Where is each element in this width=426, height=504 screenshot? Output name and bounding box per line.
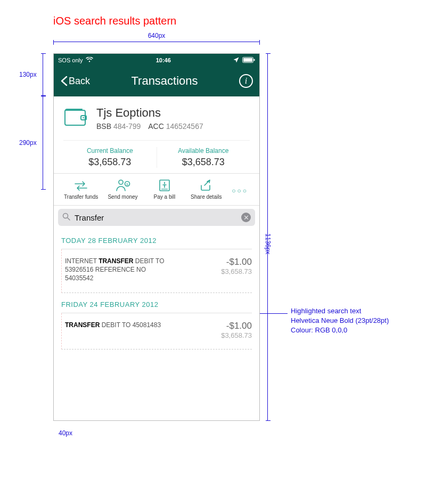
search-query: Transfer	[75, 213, 237, 222]
transaction-group-header: FRIDAY 24 FEBRUARY 2012	[61, 293, 252, 313]
share-icon	[199, 179, 213, 192]
dimension-left-inset: 40px	[55, 429, 70, 437]
svg-rect-1	[243, 58, 252, 62]
status-time: 10:46	[156, 57, 171, 63]
svg-point-4	[83, 117, 84, 119]
battery-icon	[242, 57, 255, 64]
account-meta: BSB 484-799 ACC 146524567	[96, 122, 209, 131]
svg-point-5	[119, 180, 123, 184]
transaction-list: TODAY 28 FEBRUARY 2012 INTERNET TRANSFER…	[54, 229, 259, 349]
callout-text: Highlighted search text Helvetica Neue B…	[291, 306, 389, 336]
close-icon: ✕	[243, 214, 249, 221]
transfer-icon	[73, 180, 88, 192]
svg-text:$: $	[126, 183, 128, 186]
search-input[interactable]: Transfer ✕	[58, 209, 255, 226]
account-name: Tjs Eoptions	[96, 106, 209, 120]
info-icon: i	[245, 76, 247, 86]
chevron-left-icon	[60, 76, 68, 86]
page-title: iOS search results pattern	[53, 15, 176, 27]
transaction-amount: -$1.00	[221, 257, 252, 267]
status-bar: SOS only 10:46	[54, 54, 259, 66]
transfer-funds-button[interactable]: Transfer funds	[61, 180, 101, 200]
transaction-description: TRANSFER DEBIT TO 45081483	[65, 321, 161, 339]
info-button[interactable]: i	[239, 74, 253, 88]
more-icon: ○○○	[232, 187, 248, 194]
search-bar: Transfer ✕	[54, 206, 259, 229]
device-frame: SOS only 10:46 Back Transactions	[53, 53, 260, 421]
dimension-summary-height: 290px	[43, 96, 43, 190]
dimension-height-right: 1136px	[267, 53, 268, 421]
nav-title: Transactions	[131, 74, 198, 88]
carrier-label: SOS only	[58, 57, 83, 63]
transaction-row[interactable]: TRANSFER DEBIT TO 45081483 -$1.00 $3,658…	[61, 313, 252, 349]
svg-point-9	[63, 213, 68, 218]
transaction-row[interactable]: INTERNET TRANSFER DEBIT TO 53926516 REFE…	[61, 249, 252, 293]
transaction-balance: $3,658.73	[221, 267, 252, 275]
search-icon	[62, 213, 70, 223]
svg-rect-2	[253, 59, 255, 61]
pay-bill-button[interactable]: Pay a bill	[145, 179, 184, 200]
current-balance: Current Balance $3,658.73	[63, 147, 157, 168]
transaction-description: INTERNET TRANSFER DEBIT TO 53926516 REFE…	[65, 257, 171, 283]
share-details-button[interactable]: Share details	[186, 179, 226, 200]
transaction-amount: -$1.00	[221, 321, 252, 331]
back-button[interactable]: Back	[60, 76, 90, 87]
dimension-width-top: 640px	[53, 42, 260, 42]
available-balance: Available Balance $3,658.73	[157, 147, 250, 168]
wifi-icon	[86, 57, 93, 63]
back-label: Back	[69, 76, 90, 87]
send-money-icon: $	[116, 179, 130, 192]
action-row: Transfer funds $ Send money Pay a bill S…	[54, 174, 259, 206]
transaction-balance: $3,658.73	[221, 331, 252, 339]
account-summary: Tjs Eoptions BSB 484-799 ACC 146524567 C…	[54, 96, 259, 174]
app-header: SOS only 10:46 Back Transactions	[54, 54, 259, 96]
highlighted-match: TRANSFER	[99, 257, 133, 265]
transaction-group-header: TODAY 28 FEBRUARY 2012	[61, 229, 252, 249]
clear-search-button[interactable]: ✕	[241, 213, 251, 222]
pay-bill-icon	[158, 179, 171, 192]
wallet-icon	[63, 106, 88, 127]
highlighted-match: TRANSFER	[65, 321, 100, 329]
more-actions-button[interactable]: ○○○	[228, 187, 252, 200]
send-money-button[interactable]: $ Send money	[103, 179, 142, 200]
dimension-header-height: 130px	[43, 53, 43, 96]
location-icon	[233, 57, 239, 64]
